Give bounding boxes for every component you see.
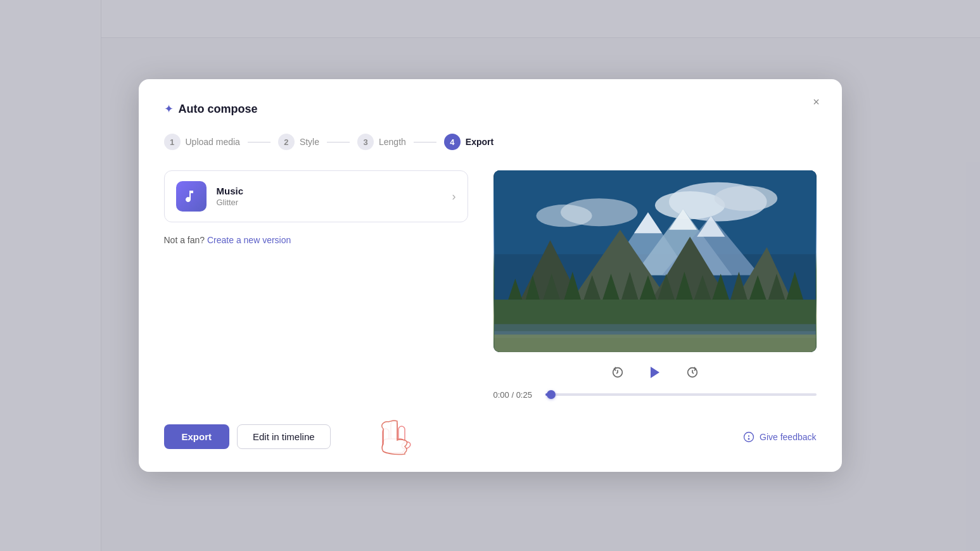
create-new-version-link[interactable]: Create a new version [207, 235, 291, 245]
step-divider-3 [414, 142, 436, 142]
feedback-icon [743, 431, 754, 443]
edit-timeline-button[interactable]: Edit in timeline [237, 424, 331, 449]
svg-marker-37 [651, 367, 659, 378]
modal-backdrop: × ✦ Auto compose 1 Upload media 2 Style … [0, 0, 980, 551]
play-button[interactable] [645, 362, 665, 383]
give-feedback-label: Give feedback [760, 432, 817, 442]
timeline-thumb[interactable] [547, 390, 556, 399]
step-1-number: 1 [164, 134, 181, 150]
music-card-title: Music [217, 186, 442, 196]
left-panel: Music Glitter › Not a fan? Create a new … [164, 170, 468, 404]
auto-compose-icon: ✦ [164, 102, 174, 116]
forward-icon [685, 365, 699, 379]
step-2-label: Style [300, 137, 319, 147]
music-note-icon [184, 189, 199, 204]
step-divider-2 [327, 142, 350, 142]
music-icon-bg [176, 181, 207, 212]
mountain-scene-svg [493, 170, 817, 352]
svg-point-3 [655, 191, 725, 219]
step-3: 3 Length [357, 134, 406, 150]
stepper: 1 Upload media 2 Style 3 Length 4 Export [164, 134, 817, 150]
music-card-subtitle: Glitter [217, 198, 442, 207]
right-panel: 0:00 / 0:25 [493, 170, 817, 404]
modal-footer: Export Edit in timeline Give feedback [164, 424, 817, 449]
close-icon: × [813, 96, 820, 109]
step-2-number: 2 [278, 134, 295, 150]
footer-actions: Export Edit in timeline [164, 424, 331, 449]
auto-compose-modal: × ✦ Auto compose 1 Upload media 2 Style … [139, 79, 842, 472]
modal-title: Auto compose [179, 103, 258, 116]
modal-title-row: ✦ Auto compose [164, 102, 817, 116]
give-feedback-button[interactable]: Give feedback [743, 431, 817, 443]
not-fan-section: Not a fan? Create a new version [164, 235, 468, 245]
step-4-number: 4 [444, 134, 461, 150]
video-time: 0:00 / 0:25 [493, 390, 538, 400]
timeline-row: 0:00 / 0:25 [493, 390, 817, 400]
step-3-label: Length [379, 137, 406, 147]
video-controls [608, 362, 702, 383]
rewind-button[interactable] [608, 363, 627, 382]
forward-button[interactable] [683, 363, 702, 382]
video-preview [493, 170, 817, 352]
step-3-number: 3 [357, 134, 374, 150]
svg-point-4 [714, 186, 777, 211]
svg-point-38 [748, 438, 749, 440]
step-divider-1 [248, 142, 270, 142]
svg-point-6 [536, 205, 592, 227]
music-info: Music Glitter [217, 186, 442, 207]
play-icon [647, 365, 663, 380]
music-card[interactable]: Music Glitter › [164, 170, 468, 222]
timeline-track[interactable] [545, 393, 817, 396]
svg-rect-36 [494, 334, 816, 352]
modal-body: Music Glitter › Not a fan? Create a new … [164, 170, 817, 404]
video-background [493, 170, 817, 352]
step-4-label: Export [466, 137, 493, 147]
close-button[interactable]: × [806, 92, 827, 112]
step-2: 2 Style [278, 134, 319, 150]
step-4: 4 Export [444, 134, 493, 150]
not-fan-text: Not a fan? [164, 235, 205, 245]
step-1-label: Upload media [186, 137, 240, 147]
music-chevron-icon: › [452, 190, 456, 203]
rewind-icon [611, 365, 625, 379]
step-1: 1 Upload media [164, 134, 240, 150]
export-button[interactable]: Export [164, 424, 230, 449]
